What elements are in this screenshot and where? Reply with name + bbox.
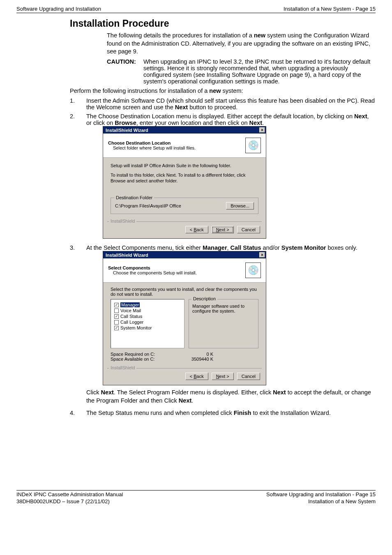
dialog-choose-destination: InstallShield Wizard × Choose Destinatio… bbox=[103, 126, 266, 239]
description-group: Description Manager software used to con… bbox=[189, 299, 258, 348]
installer-icon: 💿 bbox=[245, 138, 261, 153]
cancel-button[interactable]: Cancel bbox=[237, 373, 260, 380]
after-step3-paragraph: Click Next. The Select Program Folder me… bbox=[86, 389, 376, 405]
space-required-row: Space Required on C:0 K bbox=[111, 352, 213, 357]
caution-text: When upgrading an IPNC to level 3.2, the… bbox=[143, 58, 376, 85]
header-right: Installation of a New System - Page 15 bbox=[284, 6, 376, 12]
close-icon[interactable]: × bbox=[259, 127, 265, 133]
next-button[interactable]: Next > bbox=[212, 226, 234, 233]
step-4: 4. The Setup Status menu runs and when c… bbox=[70, 410, 376, 416]
checkbox-icon[interactable] bbox=[114, 303, 119, 307]
caution-label: CAUTION: bbox=[107, 58, 136, 85]
dialog1-header-title: Choose Destination Location bbox=[108, 140, 245, 145]
header-bar: Software Upgrading and Installation Inst… bbox=[16, 6, 376, 13]
footer-bar: INDeX IPNC Cassette Administration Manua… bbox=[16, 490, 376, 505]
component-system-monitor[interactable]: System Monitor bbox=[114, 325, 181, 331]
dialog1-line1: Setup will install IP Office Admin Suite… bbox=[111, 163, 258, 168]
dialog2-header-title: Select Components bbox=[108, 265, 245, 270]
checkbox-icon[interactable] bbox=[114, 309, 119, 313]
destination-folder-legend: Destination Folder bbox=[114, 195, 154, 200]
dialog1-titlebar: InstallShield Wizard × bbox=[103, 127, 266, 134]
checkbox-icon[interactable] bbox=[114, 320, 119, 325]
component-call-logger[interactable]: Call Logger bbox=[114, 319, 181, 325]
footer-right: Software Upgrading and Installation - Pa… bbox=[266, 491, 376, 505]
space-available-row: Space Available on C:3509440 K bbox=[111, 357, 213, 362]
components-list[interactable]: Manager Voice Mail Call Status Call Logg… bbox=[111, 299, 184, 348]
component-manager[interactable]: Manager bbox=[114, 302, 181, 308]
component-voice-mail[interactable]: Voice Mail bbox=[114, 308, 181, 313]
description-legend: Description bbox=[191, 296, 217, 301]
dialog1-line2: To install to this folder, click Next. T… bbox=[111, 172, 258, 184]
checkbox-icon[interactable] bbox=[114, 314, 119, 319]
page-title: Installation Procedure bbox=[16, 18, 376, 29]
step-3: 3. At the Select Components menu, tick e… bbox=[70, 244, 376, 407]
dialog2-titlebar: InstallShield Wizard × bbox=[103, 251, 266, 258]
dialog2-header-sub: Choose the components Setup will install… bbox=[108, 270, 245, 275]
footer-left: INDeX IPNC Cassette Administration Manua… bbox=[16, 491, 123, 505]
component-call-status[interactable]: Call Status bbox=[114, 313, 181, 319]
perform-paragraph: Perform the following instructions for i… bbox=[70, 87, 376, 95]
installshield-label: InstallShield bbox=[109, 365, 136, 370]
destination-path: C:\Program Files\Avaya\IP Office bbox=[115, 203, 181, 209]
back-button[interactable]: < Back bbox=[185, 373, 208, 380]
step-1: 1. Insert the Admin Software CD (which s… bbox=[70, 97, 376, 111]
intro-paragraph: The following details the procedures for… bbox=[107, 32, 376, 56]
next-button[interactable]: Next > bbox=[212, 373, 234, 380]
dialog1-header-sub: Select folder where Setup will install f… bbox=[108, 145, 245, 150]
dialog2-prompt: Select the components you want to instal… bbox=[111, 287, 258, 297]
destination-folder-group: Destination Folder C:\Program Files\Avay… bbox=[111, 198, 258, 214]
description-text: Manager software used to configure the s… bbox=[192, 304, 255, 313]
caution-block: CAUTION: When upgrading an IPNC to level… bbox=[107, 58, 376, 85]
dialog-select-components: InstallShield Wizard × Select Components… bbox=[103, 251, 266, 385]
close-icon[interactable]: × bbox=[259, 252, 265, 258]
back-button[interactable]: < Back bbox=[185, 226, 208, 233]
installer-icon: 💿 bbox=[245, 263, 261, 278]
cancel-button[interactable]: Cancel bbox=[237, 226, 260, 233]
header-left: Software Upgrading and Installation bbox=[16, 6, 101, 12]
installshield-label: InstallShield bbox=[109, 219, 136, 223]
step-2: 2. The Choose Destination Location menu … bbox=[70, 113, 376, 242]
checkbox-icon[interactable] bbox=[114, 326, 119, 330]
browse-button[interactable]: Browse... bbox=[226, 202, 254, 210]
